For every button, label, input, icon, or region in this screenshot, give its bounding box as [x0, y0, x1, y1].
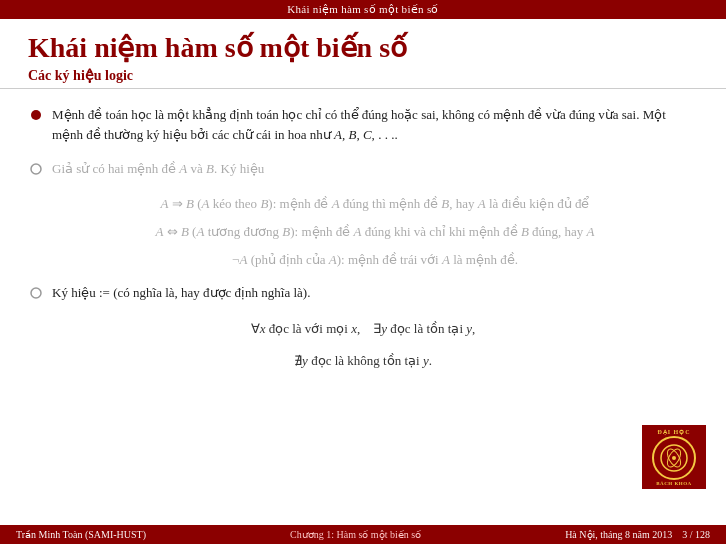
bullet-item-3: Ký hiệu := (có nghĩa là, hay được định n…	[28, 283, 698, 303]
footer-center: Chương 1: Hàm số một biến số	[290, 529, 421, 540]
footer: Trần Minh Toàn (SAMI-HUST) Chương 1: Hàm…	[0, 525, 726, 544]
subtitle: Các ký hiệu logic	[28, 67, 698, 84]
footer-right-group: Hà Nội, tháng 8 năm 2013 3 / 128	[565, 529, 710, 540]
main-title: Khái niệm hàm số một biến số	[28, 31, 698, 65]
faded-line-3: ¬A (phủ định của A): mệnh đề trái với A …	[52, 249, 698, 271]
footer-right: Hà Nội, tháng 8 năm 2013	[565, 529, 672, 540]
bullet-text-1: Mệnh đề toán học là một khẳng định toán …	[52, 105, 698, 145]
svg-point-6	[672, 456, 676, 460]
faded-line-2: A ⇔ B (A tương đương B): mệnh đề A đúng …	[52, 221, 698, 243]
bullet-item-2: Giả sử có hai mệnh đề A và B. Ký hiệu	[28, 159, 698, 179]
bullet-text-3: Ký hiệu := (có nghĩa là, hay được định n…	[52, 283, 310, 303]
bullet-icon-1	[28, 107, 44, 123]
logo-top-text: ĐẠI HỌC	[657, 428, 690, 435]
faded-sub-lines: A ⇒ B (A kéo theo B): mệnh đề A đúng thì…	[52, 193, 698, 271]
bullet-icon-3	[28, 285, 44, 301]
svg-point-0	[31, 110, 41, 120]
faded-line-1: A ⇒ B (A kéo theo B): mệnh đề A đúng thì…	[52, 193, 698, 215]
bullet-item-1: Mệnh đề toán học là một khẳng định toán …	[28, 105, 698, 145]
svg-point-2	[31, 288, 41, 298]
top-bar: Khái niệm hàm số một biến số	[0, 0, 726, 19]
content-area: Mệnh đề toán học là một khẳng định toán …	[0, 89, 726, 525]
math-line-2: ∄y đọc là không tồn tại y.	[28, 349, 698, 372]
logo-bottom-text: BÁCH KHOA	[656, 481, 691, 486]
math-line-1: ∀x đọc là với mọi x, ∃y đọc là tồn tại y…	[28, 317, 698, 340]
logo-inner	[652, 436, 696, 480]
logo-box: ĐẠI HỌC BÁCH KHOA	[642, 425, 706, 489]
footer-left: Trần Minh Toàn (SAMI-HUST)	[16, 529, 146, 540]
top-bar-label: Khái niệm hàm số một biến số	[287, 3, 439, 15]
slide: Khái niệm hàm số một biến số Khái niệm h…	[0, 0, 726, 544]
footer-page: 3 / 128	[682, 529, 710, 540]
logo-emblem	[660, 444, 688, 472]
bullet-text-2: Giả sử có hai mệnh đề A và B. Ký hiệu	[52, 159, 264, 179]
header: Khái niệm hàm số một biến số Các ký hiệu…	[0, 19, 726, 89]
logo-container: ĐẠI HỌC BÁCH KHOA	[642, 425, 706, 489]
svg-point-1	[31, 164, 41, 174]
bullet-icon-2	[28, 161, 44, 177]
